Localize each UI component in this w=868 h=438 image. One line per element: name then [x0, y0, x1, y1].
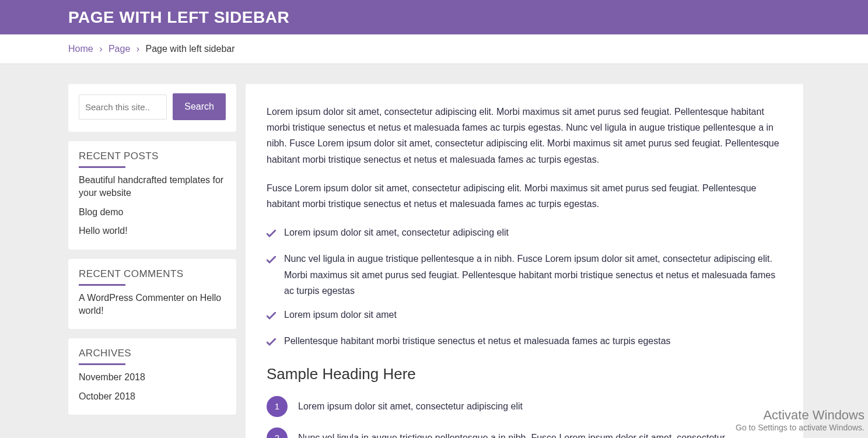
left-sidebar: Search RECENT POSTS Beautiful handcrafte… — [68, 84, 236, 438]
list-text: Lorem ipsum dolor sit amet — [284, 307, 397, 325]
list-item: 2 Nunc vel ligula in augue tristique pel… — [267, 428, 782, 438]
number-badge: 1 — [267, 396, 288, 417]
breadcrumb-home[interactable]: Home — [68, 44, 93, 54]
page-header: PAGE WITH LEFT SIDEBAR — [0, 0, 868, 34]
list-item: 1 Lorem ipsum dolor sit amet, consectetu… — [267, 396, 782, 417]
checkmark-icon — [267, 227, 276, 243]
list-item: Lorem ipsum dolor sit amet, consectetur … — [267, 225, 782, 243]
list-item: Pellentesque habitant morbi tristique se… — [267, 333, 782, 351]
check-list: Lorem ipsum dolor sit amet, consectetur … — [267, 225, 782, 351]
list-item: Nunc vel ligula in augue tristique pelle… — [267, 251, 782, 299]
widget-title: RECENT POSTS — [79, 150, 226, 166]
chevron-right-icon: › — [99, 44, 102, 54]
search-widget: Search — [68, 84, 236, 132]
numbered-list: 1 Lorem ipsum dolor sit amet, consectetu… — [267, 396, 782, 438]
breadcrumb-current: Page with left sidebar — [146, 44, 235, 54]
list-item[interactable]: November 2018 — [79, 371, 226, 384]
section-heading: Sample Heading Here — [267, 365, 782, 383]
recent-comments-widget: RECENT COMMENTS A WordPress Commenter on… — [68, 259, 236, 330]
breadcrumb-page[interactable]: Page — [108, 44, 130, 54]
chevron-right-icon: › — [136, 44, 139, 54]
list-item: Lorem ipsum dolor sit amet — [267, 307, 782, 325]
widget-title: ARCHIVES — [79, 348, 226, 363]
list-text: Nunc vel ligula in augue tristique pelle… — [298, 430, 725, 438]
breadcrumb: Home › Page › Page with left sidebar — [68, 34, 803, 64]
checkmark-icon — [267, 309, 276, 325]
list-text: Nunc vel ligula in augue tristique pelle… — [284, 251, 782, 299]
list-item[interactable]: Beautiful handcrafted templates for your… — [79, 174, 226, 200]
widget-title: RECENT COMMENTS — [79, 268, 226, 283]
checkmark-icon — [267, 335, 276, 351]
list-text: Lorem ipsum dolor sit amet, consectetur … — [284, 225, 509, 243]
recent-posts-widget: RECENT POSTS Beautiful handcrafted templ… — [68, 141, 236, 250]
paragraph: Lorem ipsum dolor sit amet, consectetur … — [267, 104, 782, 167]
number-badge: 2 — [267, 428, 288, 438]
search-button[interactable]: Search — [173, 93, 226, 120]
main-content: Lorem ipsum dolor sit amet, consectetur … — [246, 84, 803, 438]
archives-widget: ARCHIVES November 2018 October 2018 — [68, 338, 236, 415]
list-item[interactable]: Hello world! — [79, 225, 226, 237]
paragraph: Fusce Lorem ipsum dolor sit amet, consec… — [267, 180, 782, 212]
checkmark-icon — [267, 253, 276, 299]
search-input[interactable] — [79, 94, 167, 120]
list-item[interactable]: Blog demo — [79, 206, 226, 219]
list-text: Lorem ipsum dolor sit amet, consectetur … — [298, 399, 523, 414]
breadcrumb-bar: Home › Page › Page with left sidebar — [0, 34, 868, 64]
list-text: Pellentesque habitant morbi tristique se… — [284, 333, 671, 351]
page-title: PAGE WITH LEFT SIDEBAR — [68, 8, 289, 27]
list-item[interactable]: A WordPress Commenter on Hello world! — [79, 292, 226, 318]
list-item[interactable]: October 2018 — [79, 390, 226, 403]
